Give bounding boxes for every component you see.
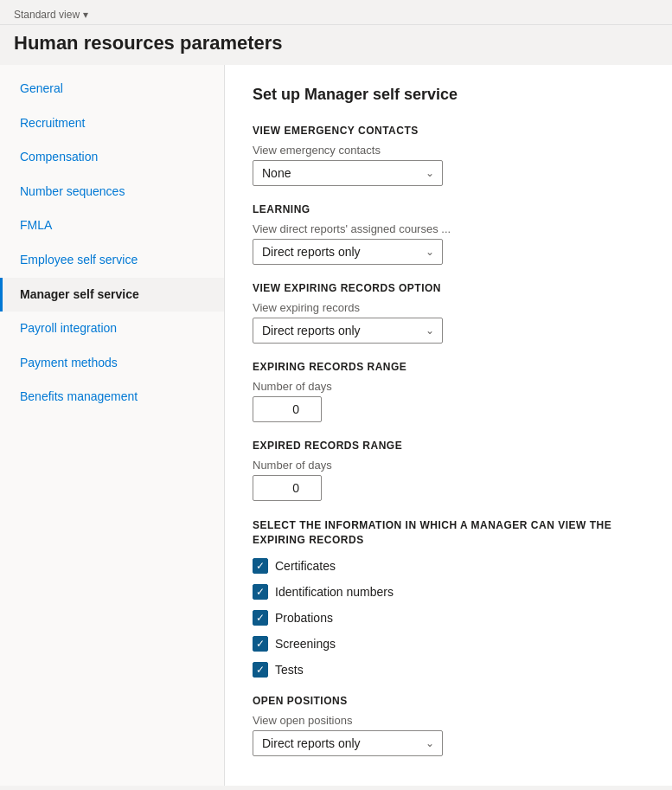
checkbox-label-probations: Probations bbox=[275, 611, 333, 625]
checkbox-tests[interactable]: ✓ Tests bbox=[253, 662, 644, 678]
sidebar-item-manager-self-service[interactable]: Manager self service bbox=[0, 278, 224, 312]
open-positions-select-wrapper: Direct reports only All None ⌄ bbox=[253, 730, 443, 756]
sidebar-item-payment-methods[interactable]: Payment methods bbox=[0, 346, 224, 381]
checkmark-icon: ✓ bbox=[256, 665, 265, 675]
chevron-down-icon: ▾ bbox=[83, 9, 88, 21]
expired-records-range-input[interactable] bbox=[253, 475, 322, 501]
view-expiring-records-group: VIEW EXPIRING RECORDS OPTION View expiri… bbox=[253, 282, 644, 344]
expired-records-range-group: EXPIRED RECORDS RANGE Number of days bbox=[253, 440, 644, 501]
expired-records-range-header: EXPIRED RECORDS RANGE bbox=[253, 440, 644, 452]
checkbox-label-certificates: Certificates bbox=[275, 559, 336, 573]
view-emergency-contacts-select-wrapper: None Direct reports only All ⌄ bbox=[253, 160, 443, 186]
view-emergency-contacts-select[interactable]: None Direct reports only All bbox=[253, 160, 443, 186]
open-positions-label: View open positions bbox=[253, 714, 644, 727]
learning-label: View direct reports' assigned courses ..… bbox=[253, 222, 644, 235]
checkmark-icon: ✓ bbox=[256, 561, 265, 571]
checkbox-box-identification-numbers: ✓ bbox=[253, 584, 268, 600]
checkbox-box-probations: ✓ bbox=[253, 610, 268, 626]
checkbox-label-screenings: Screenings bbox=[275, 637, 336, 651]
standard-view-dropdown[interactable]: Standard view ▾ bbox=[14, 9, 88, 21]
checkbox-screenings[interactable]: ✓ Screenings bbox=[253, 636, 644, 652]
page-title: Human resources parameters bbox=[0, 25, 672, 65]
sidebar-item-recruitment[interactable]: Recruitment bbox=[0, 106, 224, 141]
checkmark-icon: ✓ bbox=[256, 639, 265, 649]
sidebar-item-employee-self-service[interactable]: Employee self service bbox=[0, 243, 224, 278]
checkbox-probations[interactable]: ✓ Probations bbox=[253, 610, 644, 626]
expired-records-range-label: Number of days bbox=[253, 459, 644, 472]
expiring-records-range-header: EXPIRING RECORDS RANGE bbox=[253, 361, 644, 373]
expiring-records-range-input[interactable] bbox=[253, 396, 322, 422]
view-emergency-contacts-header: VIEW EMERGENCY CONTACTS bbox=[253, 125, 644, 137]
learning-select[interactable]: Direct reports only All None bbox=[253, 239, 443, 265]
sidebar-item-fmla[interactable]: FMLA bbox=[0, 209, 224, 243]
sidebar-item-number-sequences[interactable]: Number sequences bbox=[0, 175, 224, 209]
view-expiring-records-header: VIEW EXPIRING RECORDS OPTION bbox=[253, 282, 644, 294]
sidebar: General Recruitment Compensation Number … bbox=[0, 65, 225, 786]
checkmark-icon: ✓ bbox=[256, 587, 265, 597]
open-positions-select[interactable]: Direct reports only All None bbox=[253, 730, 443, 756]
select-info-text: SELECT THE INFORMATION IN WHICH A MANAGE… bbox=[253, 518, 644, 548]
learning-group: LEARNING View direct reports' assigned c… bbox=[253, 203, 644, 265]
checkbox-box-certificates: ✓ bbox=[253, 558, 268, 574]
checkbox-box-tests: ✓ bbox=[253, 662, 268, 678]
sidebar-item-payroll-integration[interactable]: Payroll integration bbox=[0, 312, 224, 346]
checkbox-group: ✓ Certificates ✓ Identification numbers … bbox=[253, 558, 644, 678]
sidebar-item-compensation[interactable]: Compensation bbox=[0, 140, 224, 175]
view-emergency-contacts-label: View emergency contacts bbox=[253, 144, 644, 157]
select-info-group: SELECT THE INFORMATION IN WHICH A MANAGE… bbox=[253, 518, 644, 678]
view-expiring-records-label: View expiring records bbox=[253, 301, 644, 314]
checkbox-label-identification-numbers: Identification numbers bbox=[275, 585, 394, 599]
expiring-records-range-group: EXPIRING RECORDS RANGE Number of days bbox=[253, 361, 644, 422]
checkbox-identification-numbers[interactable]: ✓ Identification numbers bbox=[253, 584, 644, 600]
checkmark-icon: ✓ bbox=[256, 613, 265, 623]
view-expiring-records-select[interactable]: Direct reports only All None bbox=[253, 318, 443, 344]
open-positions-group: OPEN POSITIONS View open positions Direc… bbox=[253, 695, 644, 756]
content-section-title: Set up Manager self service bbox=[253, 86, 644, 104]
learning-select-wrapper: Direct reports only All None ⌄ bbox=[253, 239, 443, 265]
main-content: Set up Manager self service VIEW EMERGEN… bbox=[225, 65, 672, 786]
open-positions-header: OPEN POSITIONS bbox=[253, 695, 644, 707]
view-emergency-contacts-group: VIEW EMERGENCY CONTACTS View emergency c… bbox=[253, 125, 644, 186]
sidebar-item-general[interactable]: General bbox=[0, 72, 224, 106]
checkbox-label-tests: Tests bbox=[275, 663, 304, 677]
checkbox-box-screenings: ✓ bbox=[253, 636, 268, 652]
sidebar-item-benefits-management[interactable]: Benefits management bbox=[0, 380, 224, 414]
view-expiring-records-select-wrapper: Direct reports only All None ⌄ bbox=[253, 318, 443, 344]
learning-header: LEARNING bbox=[253, 203, 644, 215]
checkbox-certificates[interactable]: ✓ Certificates bbox=[253, 558, 644, 574]
standard-view-label: Standard view bbox=[14, 9, 80, 21]
expiring-records-range-label: Number of days bbox=[253, 380, 644, 393]
